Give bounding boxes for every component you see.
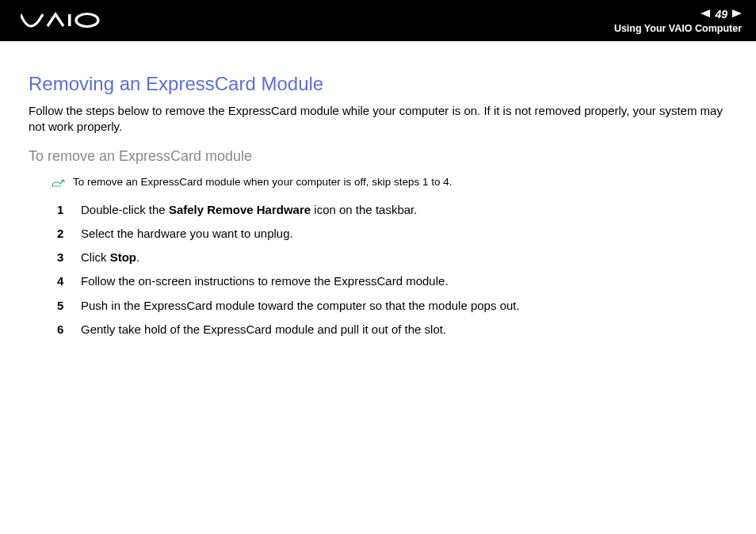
step-item: 1 Double-click the Safely Remove Hardwar…	[29, 202, 727, 218]
note-text: To remove an ExpressCard module when you…	[73, 176, 452, 188]
step-text: Push in the ExpressCard module toward th…	[81, 298, 520, 314]
step-text: Follow the on-screen instructions to rem…	[81, 273, 449, 289]
svg-marker-2	[701, 10, 710, 17]
step-item: 5 Push in the ExpressCard module toward …	[29, 298, 727, 314]
svg-rect-0	[68, 14, 71, 26]
step-item: 6 Gently take hold of the ExpressCard mo…	[29, 322, 727, 338]
step-item: 2 Select the hardware you want to unplug…	[29, 226, 727, 242]
step-item: 4 Follow the on-screen instructions to r…	[29, 273, 727, 289]
nav-prev-icon[interactable]	[701, 9, 710, 20]
step-item: 3 Click Stop.	[29, 250, 727, 265]
svg-point-1	[76, 14, 98, 27]
svg-marker-3	[732, 10, 742, 17]
note-icon	[51, 177, 65, 191]
header-section-title: Using Your VAIO Computer	[614, 23, 742, 34]
step-number: 3	[57, 250, 81, 264]
step-number: 4	[57, 274, 81, 288]
step-text: Double-click the Safely Remove Hardware …	[81, 202, 417, 218]
note-block: To remove an ExpressCard module when you…	[51, 176, 727, 191]
vaio-logo	[21, 12, 108, 29]
step-number: 1	[57, 203, 81, 216]
step-number: 6	[57, 322, 81, 336]
step-number: 2	[57, 227, 81, 240]
page-content: Removing an ExpressCard Module Follow th…	[0, 41, 756, 338]
page-nav: 49	[701, 8, 742, 21]
steps-list: 1 Double-click the Safely Remove Hardwar…	[29, 202, 727, 338]
sub-heading: To remove an ExpressCard module	[29, 148, 727, 165]
nav-next-icon[interactable]	[732, 9, 742, 20]
page-title: Removing an ExpressCard Module	[29, 73, 727, 95]
step-text: Click Stop.	[81, 250, 139, 265]
header-bar: 49 Using Your VAIO Computer	[0, 0, 756, 41]
step-number: 5	[57, 299, 81, 312]
page-number: 49	[713, 8, 729, 21]
intro-paragraph: Follow the steps below to remove the Exp…	[29, 103, 727, 135]
header-right: 49 Using Your VAIO Computer	[614, 8, 742, 34]
step-text: Gently take hold of the ExpressCard modu…	[81, 322, 446, 338]
step-text: Select the hardware you want to unplug.	[81, 226, 293, 242]
